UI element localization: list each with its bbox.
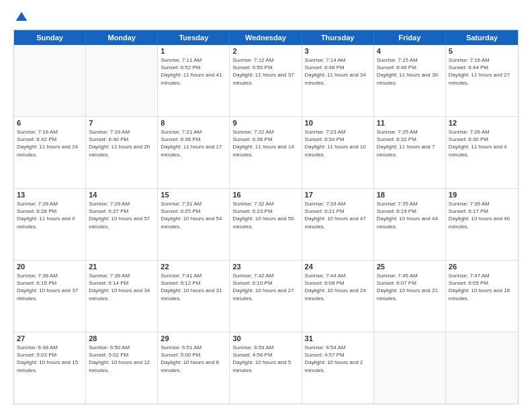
day-number: 22 (161, 263, 226, 271)
day-number: 25 (377, 263, 443, 271)
calendar-row: 1Sunrise: 7:11 AM Sunset: 6:52 PM Daylig… (14, 45, 518, 117)
day-number: 17 (305, 191, 371, 199)
day-info: Sunrise: 7:29 AM Sunset: 6:27 PM Dayligh… (89, 200, 154, 230)
calendar-cell: 5Sunrise: 7:16 AM Sunset: 6:44 PM Daylig… (446, 45, 518, 116)
calendar-cell: 14Sunrise: 7:29 AM Sunset: 6:27 PM Dayli… (86, 189, 158, 260)
day-number: 1 (161, 47, 226, 55)
day-info: Sunrise: 7:15 AM Sunset: 6:46 PM Dayligh… (377, 56, 443, 87)
calendar-cell: 19Sunrise: 7:36 AM Sunset: 6:17 PM Dayli… (446, 189, 518, 260)
day-number: 29 (161, 334, 226, 342)
svg-marker-0 (16, 12, 28, 21)
calendar-cell: 25Sunrise: 7:45 AM Sunset: 6:07 PM Dayli… (374, 261, 446, 332)
day-number: 5 (449, 47, 515, 55)
calendar-cell: 18Sunrise: 7:35 AM Sunset: 6:19 PM Dayli… (374, 189, 446, 260)
day-info: Sunrise: 7:11 AM Sunset: 6:52 PM Dayligh… (161, 56, 226, 87)
day-info: Sunrise: 6:48 AM Sunset: 5:03 PM Dayligh… (17, 344, 83, 374)
weekday-header: Thursday (302, 30, 374, 45)
calendar-cell: 31Sunrise: 6:54 AM Sunset: 4:57 PM Dayli… (302, 332, 374, 404)
day-info: Sunrise: 7:38 AM Sunset: 6:15 PM Dayligh… (17, 272, 83, 302)
day-number: 31 (305, 334, 371, 342)
calendar-cell: 4Sunrise: 7:15 AM Sunset: 6:46 PM Daylig… (374, 45, 446, 116)
day-number: 6 (17, 119, 83, 127)
calendar-header: SundayMondayTuesdayWednesdayThursdayFrid… (14, 30, 518, 45)
calendar-cell: 11Sunrise: 7:25 AM Sunset: 6:32 PM Dayli… (374, 117, 446, 188)
day-number: 12 (449, 119, 515, 127)
logo-icon (15, 11, 28, 24)
calendar-row: 6Sunrise: 7:18 AM Sunset: 6:42 PM Daylig… (14, 117, 518, 189)
weekday-header: Monday (86, 30, 158, 45)
calendar-cell (14, 45, 86, 116)
day-info: Sunrise: 7:41 AM Sunset: 6:12 PM Dayligh… (161, 272, 226, 302)
day-number: 30 (232, 334, 298, 342)
day-number: 7 (89, 119, 154, 127)
calendar-cell: 24Sunrise: 7:44 AM Sunset: 6:08 PM Dayli… (302, 261, 374, 332)
calendar-cell: 21Sunrise: 7:39 AM Sunset: 6:14 PM Dayli… (86, 261, 158, 332)
calendar-cell: 6Sunrise: 7:18 AM Sunset: 6:42 PM Daylig… (14, 117, 86, 188)
day-number: 10 (305, 119, 371, 127)
day-number: 11 (377, 119, 443, 127)
calendar-cell: 20Sunrise: 7:38 AM Sunset: 6:15 PM Dayli… (14, 261, 86, 332)
day-info: Sunrise: 7:35 AM Sunset: 6:19 PM Dayligh… (377, 200, 443, 230)
calendar-cell: 10Sunrise: 7:23 AM Sunset: 6:34 PM Dayli… (302, 117, 374, 188)
header (13, 11, 519, 24)
day-number: 3 (305, 47, 371, 55)
logo-area (13, 11, 28, 24)
day-info: Sunrise: 6:53 AM Sunset: 4:58 PM Dayligh… (232, 344, 298, 374)
calendar-row: 20Sunrise: 7:38 AM Sunset: 6:15 PM Dayli… (14, 261, 518, 332)
day-number: 16 (232, 191, 298, 199)
day-number: 13 (17, 191, 83, 199)
day-number: 26 (449, 263, 515, 271)
day-info: Sunrise: 6:50 AM Sunset: 5:02 PM Dayligh… (89, 344, 154, 374)
calendar-cell: 17Sunrise: 7:33 AM Sunset: 6:21 PM Dayli… (302, 189, 374, 260)
day-number: 4 (377, 47, 443, 55)
day-number: 8 (161, 119, 226, 127)
day-number: 20 (17, 263, 83, 271)
day-number: 2 (232, 47, 298, 55)
day-info: Sunrise: 7:14 AM Sunset: 6:48 PM Dayligh… (305, 56, 371, 87)
weekday-header: Saturday (446, 30, 518, 45)
day-info: Sunrise: 7:28 AM Sunset: 6:28 PM Dayligh… (17, 200, 83, 230)
day-info: Sunrise: 7:16 AM Sunset: 6:44 PM Dayligh… (449, 56, 515, 87)
day-info: Sunrise: 6:54 AM Sunset: 4:57 PM Dayligh… (305, 344, 371, 374)
day-info: Sunrise: 7:44 AM Sunset: 6:08 PM Dayligh… (305, 272, 371, 302)
calendar-cell: 22Sunrise: 7:41 AM Sunset: 6:12 PM Dayli… (158, 261, 230, 332)
day-info: Sunrise: 7:18 AM Sunset: 6:42 PM Dayligh… (17, 128, 83, 158)
calendar-cell: 29Sunrise: 6:51 AM Sunset: 5:00 PM Dayli… (158, 332, 230, 404)
day-number: 9 (232, 119, 298, 127)
calendar-cell: 23Sunrise: 7:42 AM Sunset: 6:10 PM Dayli… (230, 261, 302, 332)
calendar-row: 27Sunrise: 6:48 AM Sunset: 5:03 PM Dayli… (14, 332, 518, 404)
calendar-row: 13Sunrise: 7:28 AM Sunset: 6:28 PM Dayli… (14, 189, 518, 261)
day-number: 18 (377, 191, 443, 199)
day-number: 15 (161, 191, 226, 199)
day-info: Sunrise: 7:26 AM Sunset: 6:30 PM Dayligh… (449, 128, 515, 158)
calendar-cell: 12Sunrise: 7:26 AM Sunset: 6:30 PM Dayli… (446, 117, 518, 188)
day-number: 21 (89, 263, 154, 271)
day-number: 24 (305, 263, 371, 271)
day-info: Sunrise: 7:47 AM Sunset: 6:05 PM Dayligh… (449, 272, 515, 302)
day-info: Sunrise: 7:22 AM Sunset: 6:36 PM Dayligh… (232, 128, 298, 158)
page: SundayMondayTuesdayWednesdayThursdayFrid… (0, 0, 532, 411)
calendar-cell: 9Sunrise: 7:22 AM Sunset: 6:36 PM Daylig… (230, 117, 302, 188)
calendar-cell: 8Sunrise: 7:21 AM Sunset: 6:38 PM Daylig… (158, 117, 230, 188)
weekday-header: Tuesday (158, 30, 230, 45)
day-info: Sunrise: 7:19 AM Sunset: 6:40 PM Dayligh… (89, 128, 154, 158)
calendar-cell: 1Sunrise: 7:11 AM Sunset: 6:52 PM Daylig… (158, 45, 230, 116)
day-info: Sunrise: 6:51 AM Sunset: 5:00 PM Dayligh… (161, 344, 226, 374)
calendar-cell (86, 45, 158, 116)
day-info: Sunrise: 7:23 AM Sunset: 6:34 PM Dayligh… (305, 128, 371, 158)
calendar-cell: 15Sunrise: 7:31 AM Sunset: 6:25 PM Dayli… (158, 189, 230, 260)
calendar-cell: 30Sunrise: 6:53 AM Sunset: 4:58 PM Dayli… (230, 332, 302, 404)
day-info: Sunrise: 7:12 AM Sunset: 6:50 PM Dayligh… (232, 56, 298, 87)
day-info: Sunrise: 7:45 AM Sunset: 6:07 PM Dayligh… (377, 272, 443, 302)
calendar-cell: 16Sunrise: 7:32 AM Sunset: 6:23 PM Dayli… (230, 189, 302, 260)
calendar-cell (446, 332, 518, 404)
day-info: Sunrise: 7:25 AM Sunset: 6:32 PM Dayligh… (377, 128, 443, 158)
day-info: Sunrise: 7:32 AM Sunset: 6:23 PM Dayligh… (232, 200, 298, 230)
calendar-cell: 13Sunrise: 7:28 AM Sunset: 6:28 PM Dayli… (14, 189, 86, 260)
weekday-header: Friday (374, 30, 446, 45)
day-info: Sunrise: 7:39 AM Sunset: 6:14 PM Dayligh… (89, 272, 154, 302)
day-number: 27 (17, 334, 83, 342)
calendar-cell: 3Sunrise: 7:14 AM Sunset: 6:48 PM Daylig… (302, 45, 374, 116)
weekday-header: Sunday (14, 30, 86, 45)
calendar-body: 1Sunrise: 7:11 AM Sunset: 6:52 PM Daylig… (14, 45, 518, 404)
